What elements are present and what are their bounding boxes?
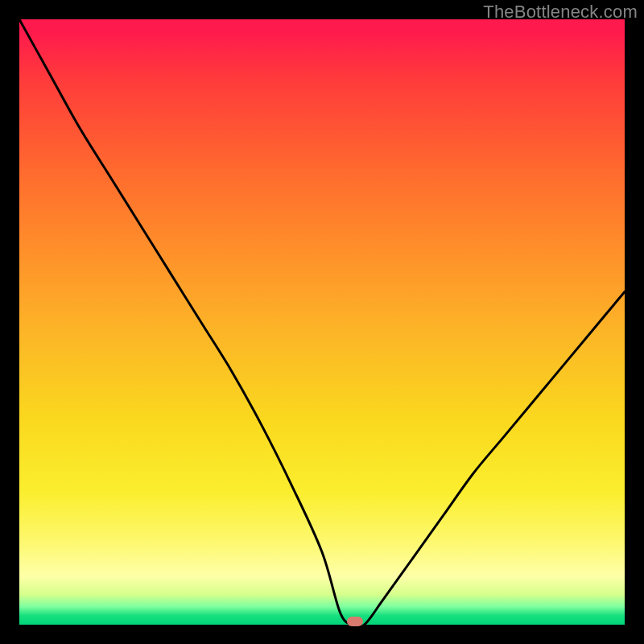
curve-svg bbox=[19, 19, 625, 625]
bottleneck-curve bbox=[19, 19, 625, 625]
optimal-point-marker bbox=[347, 617, 363, 626]
plot-area bbox=[19, 19, 625, 625]
watermark-text: TheBottleneck.com bbox=[483, 2, 638, 23]
chart-frame: TheBottleneck.com bbox=[0, 0, 644, 644]
